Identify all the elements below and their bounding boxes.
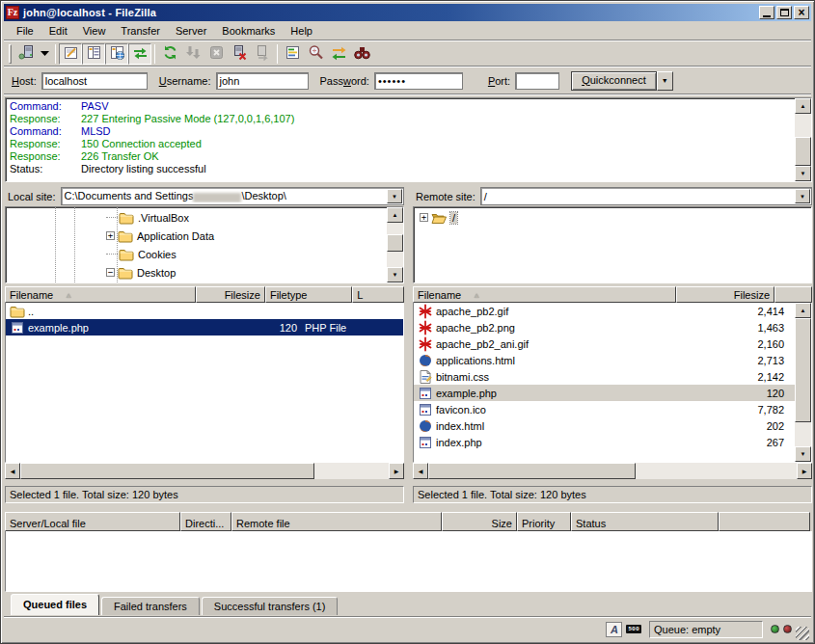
column-header-filename[interactable]: Filename▲ — [413, 286, 676, 303]
column-header-blank[interactable] — [774, 286, 812, 303]
tree-item[interactable]: +/ — [414, 208, 811, 227]
column-header-priority[interactable]: Priority — [517, 512, 571, 531]
toggle-message-log-button[interactable] — [59, 43, 82, 65]
column-header-remote-file[interactable]: Remote file — [231, 512, 442, 531]
site-manager-dropdown-button[interactable] — [38, 43, 52, 65]
column-header-l[interactable]: L — [352, 286, 404, 303]
file-row[interactable]: bitnami.css2,142 — [414, 368, 795, 385]
status-bar: A 500 Queue: empty — [4, 616, 811, 640]
file-row[interactable]: apache_pb2_ani.gif2,160 — [414, 335, 795, 352]
file-row[interactable]: favicon.ico7,782 — [414, 401, 795, 417]
file-row[interactable]: apache_pb2.gif2,414 — [414, 303, 795, 319]
toggle-local-tree-button[interactable] — [82, 43, 105, 65]
synchronized-browsing-button[interactable] — [327, 43, 350, 65]
combo-dropdown-icon[interactable]: ▼ — [387, 189, 402, 203]
filesize-cell: 120 — [223, 319, 301, 335]
file-row[interactable]: example.php120PHP File1 — [6, 319, 403, 335]
menu-item-view[interactable]: View — [76, 23, 113, 39]
remote-list-vscrollbar[interactable]: ▲ ▼ — [795, 303, 811, 462]
maximize-button[interactable] — [776, 6, 792, 19]
tree-expander-minus-icon[interactable]: − — [106, 268, 115, 277]
menu-item-server[interactable]: Server — [169, 23, 213, 39]
tab-successful-transfers-1-[interactable]: Successful transfers (1) — [202, 597, 339, 615]
toggle-transfer-queue-button[interactable] — [128, 43, 151, 65]
port-input[interactable] — [515, 72, 559, 90]
quickconnect-button[interactable]: Quickconnect — [571, 71, 657, 91]
resize-grip[interactable] — [796, 627, 809, 640]
log-scroll-thumb[interactable] — [795, 137, 811, 166]
tree-expander-plus-icon[interactable]: + — [106, 231, 115, 240]
scroll-up-icon[interactable]: ▲ — [795, 303, 811, 318]
tree-item[interactable]: .VirtualBox — [6, 208, 387, 227]
scroll-down-icon[interactable]: ▼ — [795, 166, 811, 181]
local-tree-scrollbar[interactable]: ▲ ▼ — [387, 207, 403, 282]
column-header-filesize[interactable]: Filesize — [676, 286, 774, 303]
vscroll-thumb[interactable] — [795, 318, 811, 422]
scroll-left-icon[interactable]: ◀ — [5, 463, 20, 479]
column-header-filetype[interactable]: Filetype — [265, 286, 352, 303]
directory-comparison-button[interactable] — [304, 43, 327, 65]
menu-item-help[interactable]: Help — [284, 23, 319, 39]
log-scrollbar[interactable]: ▲ ▼ — [795, 98, 811, 181]
scroll-right-icon[interactable]: ▶ — [797, 463, 812, 479]
queue-body[interactable] — [5, 531, 812, 592]
file-row[interactable]: apache_pb2.png1,463 — [414, 319, 795, 335]
column-header-size[interactable]: Size — [442, 512, 517, 531]
host-input[interactable]: localhost — [41, 72, 148, 90]
tree-item[interactable]: +Application Data — [6, 227, 387, 245]
local-site-combo[interactable]: C:\Documents and Settings\Desktop\ ▼ — [61, 187, 404, 205]
scroll-up-icon[interactable]: ▲ — [795, 98, 811, 114]
menu-item-bookmarks[interactable]: Bookmarks — [215, 23, 282, 39]
close-button[interactable]: × — [794, 6, 809, 19]
column-header-filesize[interactable]: Filesize — [196, 286, 265, 303]
toggle-remote-tree-button[interactable] — [105, 43, 128, 65]
local-site-label: Local site: — [5, 191, 61, 202]
menu-item-transfer[interactable]: Transfer — [114, 23, 167, 39]
tab-failed-transfers[interactable]: Failed transfers — [101, 597, 200, 615]
combo-dropdown-icon[interactable]: ▼ — [795, 189, 810, 203]
file-row[interactable]: applications.html2,713 — [414, 352, 795, 368]
column-header-status[interactable]: Status — [571, 512, 719, 531]
scroll-right-icon[interactable]: ▶ — [389, 463, 404, 479]
hscroll-thumb[interactable] — [428, 463, 636, 479]
tree-item[interactable]: −Desktop — [6, 263, 387, 282]
tab-queued-files[interactable]: Queued files — [11, 594, 99, 615]
column-header-blank[interactable] — [719, 512, 810, 531]
password-input[interactable]: •••••• — [374, 72, 463, 90]
column-header-directi-[interactable]: Directi... — [180, 512, 231, 531]
scroll-left-icon[interactable]: ◀ — [413, 463, 428, 479]
remote-list-hscrollbar[interactable]: ◀ ▶ — [413, 463, 812, 479]
refresh-button[interactable] — [158, 43, 181, 65]
tree-item[interactable]: Cookies — [6, 245, 387, 263]
tree-expander-plus-icon[interactable]: + — [420, 213, 428, 222]
file-row[interactable]: .. — [6, 303, 403, 319]
column-header-filename[interactable]: Filename▲ — [5, 286, 196, 303]
minimize-button[interactable] — [759, 6, 774, 19]
remote-site-combo[interactable]: / ▼ — [480, 187, 812, 205]
toggle-message-log-icon — [63, 44, 79, 63]
site-manager-button[interactable] — [14, 43, 38, 65]
file-row[interactable]: index.html202 — [414, 417, 795, 434]
quickconnect-dropdown-button[interactable]: ▼ — [657, 71, 673, 91]
menu-item-edit[interactable]: Edit — [42, 23, 74, 39]
scroll-down-icon[interactable]: ▼ — [387, 267, 403, 282]
file-row[interactable]: index.php267 — [414, 434, 795, 450]
scroll-down-icon[interactable]: ▼ — [795, 446, 811, 462]
file-row[interactable]: example.php120 — [414, 385, 795, 401]
menu-item-file[interactable]: File — [10, 23, 41, 39]
directory-filters-button[interactable] — [281, 43, 304, 65]
find-files-button[interactable] — [350, 43, 373, 65]
scroll-up-icon[interactable]: ▲ — [387, 207, 403, 223]
tree-scroll-thumb[interactable] — [387, 234, 403, 252]
reconnect-icon — [255, 44, 271, 63]
toolbar-grip[interactable] — [9, 44, 12, 64]
title-bar[interactable]: Fz john@localhost - FileZilla × — [4, 4, 811, 21]
username-input[interactable]: john — [216, 72, 309, 90]
filesize-cell — [223, 303, 301, 319]
hscroll-thumb[interactable] — [20, 463, 314, 479]
disconnect-button[interactable] — [228, 43, 251, 65]
local-list-hscrollbar[interactable]: ◀ ▶ — [5, 463, 404, 479]
local-path-prefix: C:\Documents and Settings — [65, 190, 194, 201]
tree-guide-line — [55, 207, 56, 282]
column-header-server-local-file[interactable]: Server/Local file — [5, 512, 180, 531]
